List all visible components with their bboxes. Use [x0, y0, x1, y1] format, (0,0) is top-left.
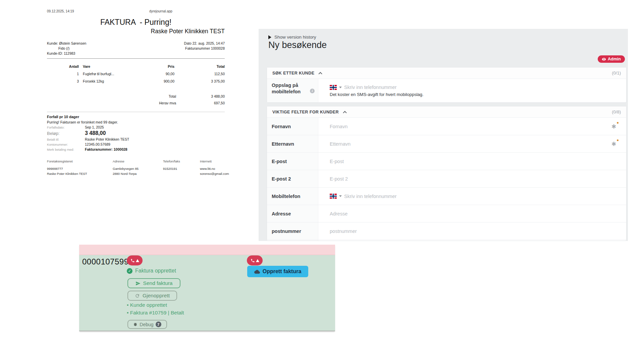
- item-qty: 3: [47, 79, 79, 83]
- footer-column: Adresse Gamlebyvegen 85 2880 Nord-Torpa: [113, 159, 163, 176]
- visitor-form-panel: Show version history Ny besøkende Admin …: [259, 29, 628, 241]
- divider: [47, 58, 225, 59]
- paid-to-label: Betalt til:: [47, 138, 85, 141]
- fornavn-input[interactable]: [330, 124, 537, 129]
- phone-warning-badge[interactable]: [127, 255, 143, 265]
- due-date-value: Sep 1, 2025: [85, 125, 104, 129]
- field-label-cell: Adresse: [267, 205, 318, 222]
- etternavn-input[interactable]: [330, 141, 537, 147]
- warning-triangle-icon: [256, 259, 259, 262]
- form-row-etternavn: Etternavn ✱: [267, 135, 626, 152]
- phone-warning-badge[interactable]: [247, 255, 263, 265]
- form-row-epost2: E-post 2: [267, 170, 626, 187]
- footer-line: 999888777: [47, 166, 113, 171]
- field-label: E-post: [272, 159, 287, 164]
- opprett-faktura-button[interactable]: Opprett faktura: [247, 266, 308, 277]
- field-label: Oppslag på mobiltelefon: [272, 82, 314, 95]
- pink-header-strip: [79, 245, 335, 255]
- field-cell: ✱: [318, 135, 626, 152]
- bug-icon: [133, 322, 138, 327]
- invoice-created-status: ✓ Faktura opprettet: [127, 268, 176, 274]
- form-row-fornavn: Fornavn ✱: [267, 117, 626, 135]
- country-flag-norway[interactable]: [330, 194, 337, 199]
- form-row-epost: E-post: [267, 152, 626, 170]
- footer-column: Telefon/faks 91520191: [163, 159, 200, 176]
- item-name: Fuglefrø til burfugl...: [79, 72, 134, 76]
- field-cell: [318, 170, 626, 187]
- cloud-icon: [254, 269, 260, 274]
- chevron-down-icon[interactable]: [339, 87, 342, 88]
- footer-line: www.litt.no: [200, 166, 229, 171]
- invoice-totals: Total 3 488,00 Herav mva 697,50: [47, 93, 225, 106]
- field-cell: [318, 240, 626, 241]
- required-asterisk-icon: ✱: [611, 123, 616, 130]
- chevron-up-icon: [343, 111, 346, 114]
- print-timestamp: 09.12.2025, 14:19: [47, 9, 74, 13]
- invoice-item-row: 1 Fuglefrø til burfugl... 90,00 112,50: [47, 70, 225, 78]
- footer-header: Foretaksregisteret: [47, 159, 113, 163]
- col-vare: Vare: [79, 64, 134, 68]
- phone-icon: [251, 258, 255, 263]
- chevron-down-icon[interactable]: [339, 195, 342, 197]
- info-icon[interactable]: i: [310, 89, 315, 93]
- field-label-cell: E-post: [267, 153, 318, 170]
- footer-header: Telefon/faks: [163, 159, 200, 163]
- mobile-lookup-input[interactable]: [344, 85, 398, 90]
- send-faktura-label: Send faktura: [143, 280, 173, 286]
- epost-input[interactable]: [330, 159, 537, 164]
- country-flag-norway[interactable]: [330, 85, 337, 90]
- required-asterisk-icon: ✱: [611, 140, 616, 147]
- mobiltelefon-input[interactable]: [344, 194, 398, 199]
- item-total: 112,50: [174, 72, 225, 76]
- epost2-input[interactable]: [330, 176, 537, 182]
- sms-fee-note: Det koster en SMS-avgift for hvert mobil…: [330, 92, 424, 97]
- section-title: SØK ETTER KUNDE: [272, 71, 314, 76]
- field-label: E-post 2: [272, 176, 291, 182]
- visit-id: 0000107599: [82, 257, 128, 266]
- invoice-items-table: Antall Vare Pris Total 1 Fuglefrø til bu…: [47, 63, 225, 85]
- send-faktura-button[interactable]: Send faktura: [127, 278, 180, 288]
- debug-button[interactable]: Debug 7: [127, 320, 167, 329]
- table-header-row: Antall Vare Pris Total: [47, 63, 225, 70]
- item-name: Forsekk 12kg: [79, 79, 134, 83]
- footer-line: Raske Poter Klinikken TEST: [47, 171, 113, 176]
- form-row-mobile-lookup: Oppslag på mobiltelefon i Det koster en …: [267, 79, 626, 103]
- invoice-title: FAKTURA - Purring!: [47, 18, 225, 27]
- footer-line: Gamlebyvegen 85: [113, 166, 163, 171]
- screen: 09.12.2025, 14:19 dyrejournal.app FAKTUR…: [0, 0, 644, 346]
- page-title: Ny besøkende: [268, 40, 327, 50]
- field-label: Mobiltelefon: [272, 194, 300, 199]
- gjenopprett-button[interactable]: Gjenopprett: [127, 291, 177, 301]
- section-header-sok-etter-kunde[interactable]: SØK ETTER KUNDE (0/1): [267, 67, 626, 79]
- field-label: postnummer: [272, 229, 301, 234]
- item-total: 3 375,00: [174, 79, 225, 83]
- customer-name: Øistein Sørensen: [59, 41, 86, 45]
- field-label: Fornavn: [272, 124, 291, 129]
- field-cell: Det koster en SMS-avgift for hvert mobil…: [318, 79, 626, 103]
- search-customer-card: SØK ETTER KUNDE (0/1) Oppslag på mobilte…: [267, 67, 627, 103]
- adresse-input[interactable]: [330, 211, 537, 216]
- form-row-adresse: Adresse: [267, 205, 626, 222]
- payment-block: Forfall pr 10 dager Purring! Fakturaen e…: [47, 115, 225, 151]
- section-header-viktige-felter[interactable]: VIKTIGE FELTER FOR KUNDER (0/8): [267, 106, 626, 117]
- reminder-text: Purring! Fakturaen er forsinket med 99 d…: [47, 120, 225, 124]
- total-value: 3 488,00: [176, 94, 225, 98]
- field-cell: [318, 205, 626, 222]
- account-label: Kontonummer:: [47, 143, 85, 146]
- warning-triangle-icon: [136, 259, 139, 262]
- status-bullet-faktura-betalt: Faktura #10759 | Betalt: [127, 310, 184, 316]
- check-circle-icon: ✓: [127, 268, 132, 274]
- invoice-date: Dato 22. aug. 2025, 14:47: [184, 41, 225, 46]
- field-label: Adresse: [272, 211, 291, 216]
- form-row-mobiltelefon: Mobiltelefon: [267, 187, 626, 205]
- show-version-history-button[interactable]: Show version history: [268, 35, 316, 40]
- debug-count-badge: 7: [156, 322, 161, 327]
- chevron-up-icon: [319, 72, 322, 76]
- field-label-cell: Sted: [267, 240, 318, 241]
- mva-value: 697,50: [176, 101, 225, 105]
- admin-badge-label: Admin: [608, 57, 621, 61]
- footer-header: Internett: [200, 159, 229, 163]
- invoice-number: Fakturanummer 1000028: [184, 46, 225, 51]
- postnummer-input[interactable]: [330, 229, 537, 234]
- status-text: Faktura opprettet: [135, 268, 176, 274]
